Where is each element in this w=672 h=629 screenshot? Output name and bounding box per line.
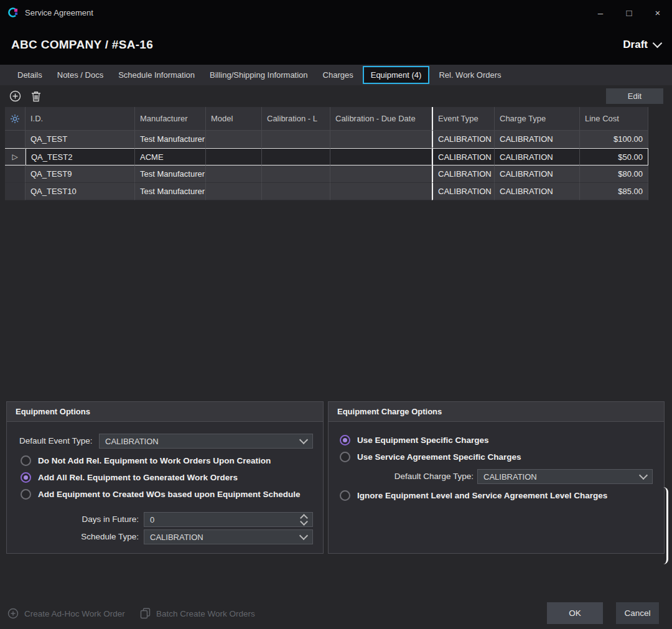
cell-calibration-due[interactable] [330, 165, 432, 183]
cell-line-cost[interactable]: $50.00 [580, 148, 648, 165]
cell-line-cost[interactable]: $100.00 [580, 131, 648, 148]
radio-add-equipment-schedule[interactable]: Add Equipment to Created WOs based upon … [21, 488, 301, 500]
schedule-type-label: Schedule Type: [7, 532, 139, 541]
radio-do-not-add-rel-equipment[interactable]: Do Not Add Rel. Equipment to Work Orders… [21, 454, 271, 467]
cell-model[interactable] [206, 165, 262, 183]
tab-equipment[interactable]: Equipment (4) [363, 66, 430, 84]
column-header-line-cost[interactable]: Line Cost [580, 107, 648, 131]
cell-calibration-l[interactable] [262, 183, 330, 200]
cell-charge-type[interactable]: CALIBRATION [495, 183, 580, 200]
cell-id[interactable]: QA_TEST [26, 131, 135, 148]
cell-event-type[interactable]: CALIBRATION [432, 165, 495, 183]
status-value: Draft [623, 39, 648, 51]
cell-charge-type[interactable]: CALIBRATION [495, 148, 580, 165]
schedule-type-value: CALIBRATION [150, 533, 203, 542]
radio-circle [21, 489, 31, 500]
copy-documents-icon [140, 608, 151, 619]
equipment-table: I.D. Manufacturer Model Calibration - L … [5, 107, 648, 200]
record-title: ABC COMPANY / #SA-16 [11, 38, 153, 52]
radio-circle [340, 452, 350, 462]
scroll-indicator [661, 487, 668, 564]
radio-add-all-rel-equipment[interactable]: Add All Rel. Equipment to Generated Work… [21, 471, 238, 483]
cell-charge-type[interactable]: CALIBRATION [495, 131, 580, 148]
cell-manufacturer[interactable]: Test Manufacturer [135, 131, 206, 148]
column-header-calibration-l[interactable]: Calibration - L [262, 107, 330, 131]
radio-use-equipment-specific-charges[interactable]: Use Equipment Specific Charges [340, 434, 489, 446]
tab-details[interactable]: Details [10, 65, 50, 85]
record-header: ABC COMPANY / #SA-16 Draft [0, 25, 672, 65]
radio-use-service-agreement-specific-charges[interactable]: Use Service Agreement Specific Charges [340, 450, 521, 463]
cell-charge-type[interactable]: CALIBRATION [495, 165, 580, 183]
maximize-button[interactable]: □ [615, 0, 643, 25]
service-agreement-window: Service Agreement – □ × ABC COMPANY / #S… [0, 0, 672, 629]
cell-calibration-due[interactable] [330, 148, 432, 165]
cell-calibration-l[interactable] [262, 131, 330, 148]
tab-schedule-information[interactable]: Schedule Information [111, 65, 202, 85]
default-event-type-value: CALIBRATION [105, 437, 159, 446]
current-row-indicator[interactable]: ▷ [5, 148, 26, 165]
column-header-event-type[interactable]: Event Type [432, 107, 495, 131]
cell-manufacturer[interactable]: Test Manufacturer [135, 165, 206, 183]
default-event-type-label: Default Event Type: [19, 436, 93, 445]
tab-rel-work-orders[interactable]: Rel. Work Orders [431, 65, 508, 85]
spinner-buttons[interactable] [301, 515, 307, 524]
cell-model[interactable] [206, 148, 262, 165]
tab-notes-docs[interactable]: Notes / Docs [50, 65, 111, 85]
cell-calibration-l[interactable] [262, 148, 330, 165]
cell-id[interactable]: QA_TEST9 [26, 165, 135, 183]
cell-calibration-due[interactable] [330, 183, 432, 200]
delete-equipment-button[interactable] [30, 90, 42, 103]
window-controls: – □ × [586, 0, 672, 25]
cancel-button[interactable]: Cancel [616, 602, 659, 624]
tab-billing-shipping-information[interactable]: Billing/Shipping Information [202, 65, 315, 85]
chevron-down-icon [299, 531, 308, 540]
radio-circle-selected [340, 435, 350, 445]
column-header-calibration-due-date[interactable]: Calibration - Due Date [330, 107, 432, 131]
equipment-toolbar: Edit [0, 85, 672, 107]
status-dropdown[interactable]: Draft [623, 39, 661, 51]
cell-id[interactable]: QA_TEST10 [26, 183, 135, 200]
cell-event-type[interactable]: CALIBRATION [432, 131, 495, 148]
column-header-manufacturer[interactable]: Manufacturer [135, 107, 206, 131]
chevron-down-icon [639, 471, 648, 480]
create-adhoc-work-order-button[interactable]: Create Ad-Hoc Work Order [7, 603, 125, 624]
add-equipment-button[interactable] [9, 90, 21, 103]
cell-model[interactable] [206, 131, 262, 148]
cell-id[interactable]: QA_TEST2 [26, 148, 135, 165]
radio-ignore-equipment-and-sa-level-charges[interactable]: Ignore Equipment Level and Service Agree… [340, 489, 607, 501]
tab-charges[interactable]: Charges [315, 65, 361, 85]
row-indicator[interactable] [5, 131, 26, 148]
column-header-charge-type[interactable]: Charge Type [495, 107, 580, 131]
chevron-down-icon [299, 436, 308, 444]
days-in-future-spinner[interactable]: 0 [144, 512, 313, 527]
close-button[interactable]: × [643, 0, 672, 25]
cell-line-cost[interactable]: $85.00 [580, 183, 648, 200]
days-in-future-label: Days in Future: [7, 515, 139, 524]
ok-button[interactable]: OK [547, 602, 603, 624]
minimize-button[interactable]: – [586, 0, 615, 25]
column-header-model[interactable]: Model [206, 107, 262, 131]
equipment-options-panel: Equipment Options Default Event Type: CA… [6, 401, 324, 554]
row-indicator[interactable] [5, 183, 26, 200]
column-header-id[interactable]: I.D. [26, 107, 135, 131]
row-indicator[interactable] [5, 165, 26, 183]
tab-bar: Details Notes / Docs Schedule Informatio… [0, 65, 672, 85]
cell-calibration-due[interactable] [330, 131, 432, 148]
trash-icon [31, 91, 41, 102]
cell-manufacturer[interactable]: Test Manufacturer [135, 183, 206, 200]
chevron-down-icon [653, 39, 663, 49]
cell-model[interactable] [206, 183, 262, 200]
grid-options-header[interactable] [5, 107, 26, 131]
schedule-type-dropdown[interactable]: CALIBRATION [144, 529, 313, 544]
batch-create-work-orders-button[interactable]: Batch Create Work Orders [140, 603, 255, 624]
cell-line-cost[interactable]: $80.00 [580, 165, 648, 183]
radio-circle [340, 490, 350, 501]
default-charge-type-dropdown[interactable]: CALIBRATION [477, 469, 653, 484]
edit-button[interactable]: Edit [606, 88, 663, 104]
cell-manufacturer[interactable]: ACME [135, 148, 206, 165]
plus-circle-icon [9, 90, 21, 102]
default-event-type-dropdown[interactable]: CALIBRATION [99, 434, 313, 449]
cell-event-type[interactable]: CALIBRATION [432, 148, 495, 165]
cell-event-type[interactable]: CALIBRATION [432, 183, 495, 200]
cell-calibration-l[interactable] [262, 165, 330, 183]
